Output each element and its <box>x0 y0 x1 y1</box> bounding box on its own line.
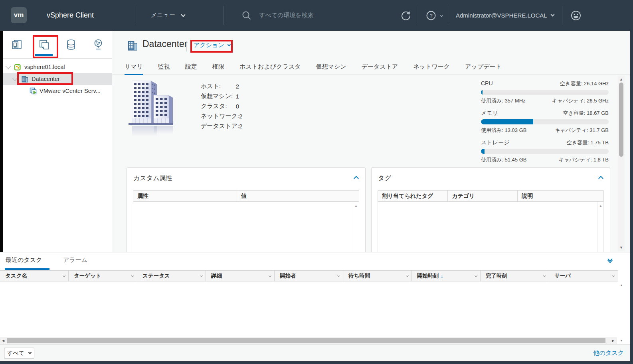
column-label: 待ち時間 <box>348 272 370 279</box>
column-label: 属性 <box>137 193 148 200</box>
user-menu[interactable]: Administrator@VSPHERE.LOCAL <box>456 0 554 31</box>
tasks-panel: 最近のタスク アラーム タスク名 ターゲット ステータス 詳細 開始者 待ち時間 <box>0 252 630 361</box>
column-label: 詳細 <box>211 272 222 279</box>
scroll-left-arrow-icon[interactable]: ◀ <box>0 337 6 344</box>
feedback-button[interactable] <box>570 0 582 31</box>
tree-item-vcenter[interactable]: vsphere01.local <box>3 61 112 73</box>
tab-alarms[interactable]: アラーム <box>63 256 87 264</box>
collapse-tasks-panel-button[interactable] <box>608 257 612 262</box>
column-menu-icon[interactable] <box>543 274 546 277</box>
column-menu-icon[interactable] <box>131 274 134 277</box>
column-server[interactable]: サーバ <box>549 271 618 281</box>
column-menu-icon[interactable] <box>475 274 477 277</box>
global-search[interactable]: すべての環境を検索 <box>241 0 314 31</box>
column-description[interactable]: 説明 <box>518 191 603 201</box>
tree-item-vm[interactable]: VMware vCenter Serv... <box>3 85 112 97</box>
column-label: 開始時刻 <box>417 272 439 279</box>
column-start-time[interactable]: 開始時刻 ↓ <box>412 271 481 281</box>
panel-title: タグ <box>378 174 391 183</box>
column-initiator[interactable]: 開始者 <box>275 271 343 281</box>
scroll-down-arrow-icon[interactable]: ▼ <box>618 246 625 250</box>
column-queued-for[interactable]: 待ち時間 <box>343 271 412 281</box>
scroll-up-arrow-icon[interactable]: ▲ <box>599 204 602 208</box>
tree-item-datacenter[interactable]: Datacenter <box>3 73 112 85</box>
task-filter-select[interactable]: すべて <box>4 348 34 358</box>
help-menu[interactable]: ? <box>425 0 443 31</box>
column-assigned-tag[interactable]: 割り当てられたタグ <box>378 191 448 201</box>
more-tasks-link[interactable]: 他のタスク <box>593 349 624 357</box>
scroll-up-arrow-icon[interactable]: ▲ <box>618 77 625 81</box>
stat-label: データストア: <box>201 122 239 130</box>
column-menu-icon[interactable] <box>612 274 615 277</box>
column-attribute[interactable]: 属性 <box>133 191 237 201</box>
tasks-horizontal-scrollbar[interactable]: ◀ ▶ <box>0 337 617 344</box>
collapse-panel-icon[interactable] <box>354 176 359 181</box>
cpu-usage-bar <box>481 90 609 95</box>
tab-recent-tasks[interactable]: 最近のタスク <box>6 256 42 264</box>
column-menu-icon[interactable] <box>63 274 65 277</box>
actions-menu-button[interactable]: アクション <box>194 41 230 49</box>
page-title: Datacenter <box>142 39 188 49</box>
stat-label: 仮想マシン: <box>201 92 233 100</box>
hosts-clusters-icon <box>11 39 23 51</box>
column-menu-icon[interactable] <box>269 274 271 277</box>
table-scrollbar[interactable]: ▲ <box>353 202 359 252</box>
column-menu-icon[interactable] <box>337 274 340 277</box>
tab-datastores[interactable]: データストア <box>362 59 398 75</box>
chevron-down-icon <box>181 12 185 17</box>
tab-permissions[interactable]: 権限 <box>212 59 224 75</box>
column-task-name[interactable]: タスク名 <box>0 271 69 281</box>
scroll-right-arrow-icon[interactable]: ▶ <box>610 337 616 344</box>
column-details[interactable]: 詳細 <box>206 271 275 281</box>
column-menu-icon[interactable] <box>200 274 203 277</box>
scrollbar-thumb[interactable] <box>7 338 605 343</box>
tab-monitor[interactable]: 監視 <box>158 59 170 75</box>
tab-networks[interactable]: ネットワーク <box>413 59 450 75</box>
vms-templates-view-button[interactable] <box>33 31 55 59</box>
vmware-logo-text: vm <box>14 11 24 19</box>
refresh-button[interactable] <box>400 0 411 31</box>
scroll-up-arrow-icon[interactable]: ▲ <box>620 283 623 287</box>
networking-icon <box>92 39 104 51</box>
tab-hosts-clusters[interactable]: ホストおよびクラスタ <box>239 59 301 75</box>
meter-name: ストレージ <box>481 139 509 146</box>
column-label: タスク名 <box>5 272 27 279</box>
tab-vms[interactable]: 仮想マシン <box>316 59 346 75</box>
tree-item-label: vsphere01.local <box>24 64 65 70</box>
column-completion-time[interactable]: 完了時刻 <box>481 271 549 281</box>
tab-configure[interactable]: 設定 <box>185 59 197 75</box>
tree-expand-icon[interactable] <box>6 64 11 69</box>
window-left-edge <box>0 31 3 252</box>
navigation-sidebar: vsphere01.local Datacenter VMware vCente… <box>3 31 112 252</box>
stat-vms: 仮想マシン: 1 <box>201 91 239 101</box>
scrollbar-thumb[interactable] <box>619 83 623 157</box>
column-value[interactable]: 値 <box>237 191 359 201</box>
column-status[interactable]: ステータス <box>137 271 206 281</box>
table-scrollbar[interactable]: ▲ <box>597 202 603 252</box>
actions-label: アクション <box>194 41 224 49</box>
hosts-clusters-view-button[interactable] <box>6 31 28 59</box>
storage-view-button[interactable] <box>60 31 82 59</box>
summary-stats: ホスト: 2 仮想マシン: 1 クラスタ: 0 ネットワーク: 2 データストア… <box>201 81 239 131</box>
column-target[interactable]: ターゲット <box>69 271 137 281</box>
scroll-down-arrow-icon[interactable]: ▼ <box>620 339 623 342</box>
sort-descending-icon: ↓ <box>441 273 443 279</box>
collapse-panel-icon[interactable] <box>598 176 603 181</box>
meter-used: 使用済み: 13.03 GB <box>481 127 526 134</box>
meter-capacity: キャパシティ: 26.5 GHz <box>552 97 609 104</box>
chevron-down-icon <box>28 351 32 354</box>
tab-updates[interactable]: アップデート <box>465 59 502 75</box>
column-label: 開始者 <box>280 272 296 279</box>
tab-summary[interactable]: サマリ <box>125 59 143 75</box>
column-menu-icon[interactable] <box>406 274 409 277</box>
column-label: ターゲット <box>74 272 101 279</box>
networking-view-button[interactable] <box>87 31 109 59</box>
user-name: Administrator@VSPHERE.LOCAL <box>456 12 547 19</box>
active-task-tab-underline <box>5 268 49 270</box>
menu-button[interactable]: メニュー <box>151 0 185 31</box>
main-scrollbar[interactable]: ▲ ▼ <box>618 76 625 251</box>
scroll-up-arrow-icon[interactable]: ▲ <box>354 204 358 208</box>
column-category[interactable]: カテゴリ <box>448 191 518 201</box>
tree-expand-icon[interactable] <box>12 76 18 81</box>
chevron-down-icon <box>550 13 554 17</box>
